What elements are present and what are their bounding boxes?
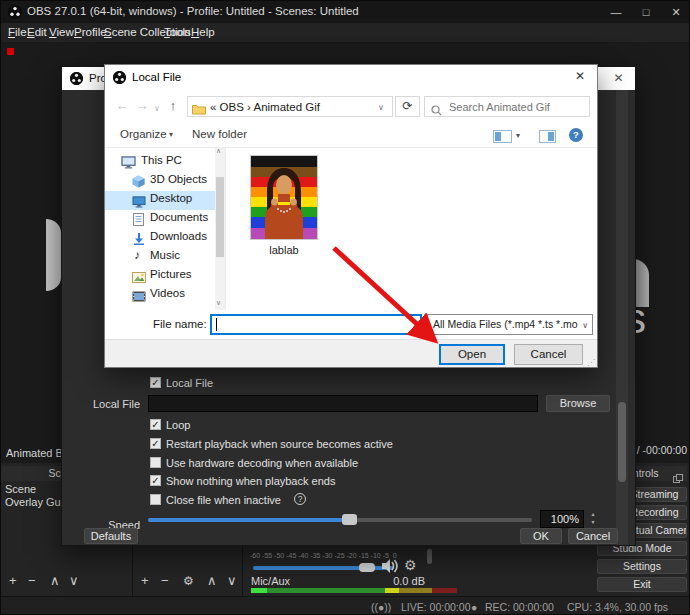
search-input[interactable] — [447, 98, 585, 115]
close-icon[interactable]: ✕ — [602, 67, 635, 90]
address-breadcrumb-bar[interactable]: « OBS › Animated Gif ∨ — [187, 96, 393, 117]
live-timer: LIVE: 00:00:00 — [401, 601, 470, 613]
source-up-button[interactable]: ∧ — [207, 574, 217, 588]
spinner-up-icon[interactable]: ▴ — [586, 510, 600, 518]
file-cancel-button[interactable]: Cancel — [514, 344, 583, 365]
file-dialog-navbar: ← → ∨ ↑ « OBS › Animated Gif ∨ ⟳ — [105, 90, 597, 122]
spinner-down-icon[interactable]: ▾ — [586, 518, 600, 526]
resize-grip[interactable]: ⋰ — [587, 358, 596, 367]
open-button[interactable]: Open — [439, 344, 505, 365]
close-icon[interactable]: ✕ — [563, 65, 597, 90]
back-icon[interactable]: ← — [114, 97, 130, 115]
scrollbar-up-icon[interactable]: ∧ — [216, 147, 221, 155]
add-source-button[interactable]: + — [141, 574, 149, 588]
preview-pane-icon[interactable] — [539, 129, 556, 147]
mixer-scrollbar[interactable] — [427, 549, 432, 564]
menubar: File Edit View Profile Scene Collection … — [1, 23, 690, 43]
obs-logo-icon — [8, 5, 22, 19]
forward-icon[interactable]: → — [134, 97, 150, 115]
minimize-button[interactable]: — — [601, 1, 631, 23]
add-scene-button[interactable]: + — [9, 574, 17, 588]
refresh-icon[interactable]: ⟳ — [395, 96, 420, 117]
tree-item-music[interactable]: Music — [150, 249, 180, 261]
tree-item-3d-objects[interactable]: 3D Objects — [150, 173, 207, 185]
history-dropdown-icon[interactable]: ∨ — [152, 100, 162, 118]
file-name-row: File name: All Media Files (*.mp4 *.ts *… — [105, 310, 597, 339]
maximize-button[interactable]: □ — [631, 1, 661, 23]
scrollbar-thumb[interactable] — [216, 177, 224, 257]
settings-button[interactable]: Settings — [597, 559, 687, 574]
status-bar: ((●)) LIVE: 00:00:00 ● REC: 00:00:00 CPU… — [1, 596, 690, 615]
this-pc-icon — [121, 155, 136, 173]
rec-icon: ● — [471, 601, 477, 613]
ok-button[interactable]: OK — [520, 528, 562, 544]
close-file-inactive-checkbox-label: Close file when inactive — [166, 494, 281, 506]
properties-scrollbar-thumb[interactable] — [618, 402, 626, 482]
file-name-caption[interactable]: lablab — [250, 244, 318, 256]
audio-level-meter — [251, 588, 457, 593]
hardware-decoding-checkbox[interactable] — [150, 457, 161, 468]
tree-item-this-pc[interactable]: This PC — [141, 154, 182, 166]
music-icon: ♪ — [134, 248, 140, 262]
loop-checkbox[interactable]: ✓ — [150, 419, 161, 430]
menu-tools[interactable]: Tools — [164, 26, 191, 38]
scrollbar-down-icon[interactable]: ∨ — [216, 299, 221, 307]
file-dialog-title: Local File — [132, 71, 181, 83]
tree-item-videos[interactable]: Videos — [150, 287, 185, 299]
tree-item-desktop[interactable]: Desktop — [150, 192, 192, 204]
source-properties-gear-icon[interactable]: ⚙ — [183, 574, 194, 588]
source-down-button[interactable]: ∨ — [227, 574, 237, 588]
mixer-channel-name: Mic/Aux — [251, 575, 290, 587]
menu-profile[interactable]: Profile — [74, 26, 107, 38]
pictures-icon — [132, 269, 146, 287]
scene-list-item[interactable]: Scene — [5, 483, 36, 495]
restart-playback-checkbox[interactable]: ✓ — [150, 438, 161, 449]
local-file-checkbox[interactable]: ✓ — [150, 377, 161, 388]
obs-main-window: OBS 27.0.1 (64-bit, windows) - Profile: … — [0, 0, 690, 615]
up-directory-icon[interactable]: ↑ — [165, 97, 181, 115]
dock-popout-icon[interactable] — [673, 469, 683, 487]
file-type-select[interactable]: All Media Files (*.mp4 *.ts *.mo ∨ — [427, 314, 593, 335]
mixer-gear-icon[interactable]: ⚙ — [404, 557, 417, 573]
speed-value-field[interactable]: 100% — [540, 510, 584, 528]
scene-down-button[interactable]: ∨ — [69, 574, 79, 588]
menu-edit[interactable]: Edit — [27, 26, 47, 38]
menu-view[interactable]: View — [49, 26, 74, 38]
defaults-button[interactable]: Defaults — [84, 528, 138, 544]
change-view-icon[interactable] — [493, 129, 512, 147]
exit-button[interactable]: Exit — [597, 577, 687, 592]
remove-source-button[interactable]: − — [161, 574, 169, 588]
tree-item-documents[interactable]: Documents — [150, 211, 208, 223]
volume-slider-handle[interactable] — [359, 563, 375, 572]
file-name-input[interactable] — [210, 314, 422, 335]
obs-logo-icon — [70, 72, 83, 85]
close-button[interactable]: ✕ — [661, 1, 690, 23]
view-dropdown-icon[interactable]: ▾ — [516, 131, 520, 140]
show-nothing-checkbox[interactable]: ✓ — [150, 475, 161, 486]
new-folder-button[interactable]: New folder — [192, 128, 247, 140]
breadcrumb-path[interactable]: « OBS › Animated Gif — [210, 101, 320, 113]
tree-item-downloads[interactable]: Downloads — [150, 230, 207, 242]
browse-button[interactable]: Browse — [546, 395, 610, 412]
close-file-inactive-checkbox[interactable] — [150, 494, 161, 505]
address-dropdown-icon[interactable]: ∨ — [378, 103, 384, 112]
scene-up-button[interactable]: ∧ — [50, 574, 60, 588]
speed-spinner[interactable]: ▴ ▾ — [586, 510, 600, 528]
menu-file[interactable]: File — [8, 26, 27, 38]
speed-slider-handle[interactable] — [342, 514, 357, 525]
local-file-path-input[interactable] — [148, 395, 538, 412]
mixer-scale-labels: -60 -55 -50 -45 -40 -35 -30 -25 -20 -15 … — [250, 552, 397, 559]
help-tooltip-icon[interactable]: ? — [294, 493, 306, 505]
menu-help[interactable]: Help — [191, 26, 215, 38]
local-file-field-label: Local File — [62, 398, 140, 410]
tree-item-pictures[interactable]: Pictures — [150, 268, 192, 280]
speed-slider-fill — [148, 518, 344, 522]
tree-scrollbar[interactable]: ∧ ∨ — [215, 148, 225, 310]
help-icon[interactable]: ? — [569, 128, 583, 142]
organize-menu-button[interactable]: Organize — [120, 128, 167, 140]
cancel-button[interactable]: Cancel — [568, 528, 618, 544]
search-box[interactable] — [424, 96, 590, 117]
file-thumbnail[interactable] — [250, 155, 318, 240]
remove-scene-button[interactable]: − — [28, 574, 36, 588]
hardware-decoding-checkbox-label: Use hardware decoding when available — [166, 457, 358, 469]
